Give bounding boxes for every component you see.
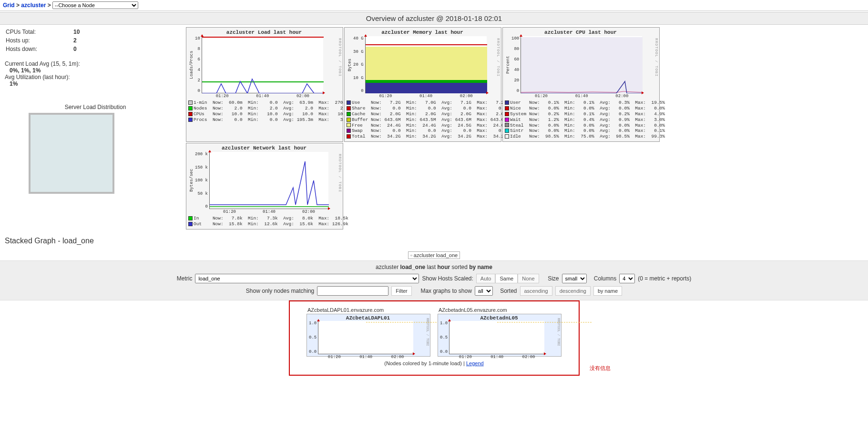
svg-rect-3: [366, 80, 487, 83]
host-card[interactable]: AZcbetaLDAPL01.envazure.comRRDTOOL / TOB…: [306, 306, 430, 357]
sort-asc[interactable]: ascending: [520, 286, 552, 296]
chart-cpu: RRDTOOL / TOBI azcluster CPU last hour P…: [502, 27, 660, 142]
scale-same[interactable]: Same: [495, 274, 518, 283]
breadcrumb-grid[interactable]: Grid: [3, 2, 15, 9]
chart-memory: RRDTOOL / TOBI azcluster Memory last hou…: [344, 27, 501, 142]
chart-network: RRDTOOL / TOBI azcluster Network last ho…: [186, 143, 343, 229]
scale-auto[interactable]: Auto: [476, 274, 496, 283]
sort-desc[interactable]: descending: [555, 286, 591, 296]
legend-link[interactable]: Legend: [466, 360, 484, 366]
stats-column: CPUs Total:10 Hosts up:2 Hosts down:0 Cu…: [5, 27, 186, 194]
columns-select[interactable]: 4: [619, 274, 635, 283]
stacked-graph-placeholder: azcluster load_one: [0, 250, 868, 260]
filter-bar: azcluster load_one last hour sorted by n…: [0, 260, 868, 300]
match-input[interactable]: [317, 286, 388, 296]
breadcrumb: Grid > azcluster > --Choose a Node: [0, 0, 868, 11]
sorted-description: azcluster load_one last hour sorted by n…: [3, 264, 865, 272]
filter-button[interactable]: Filter: [391, 286, 411, 296]
node-select[interactable]: --Choose a Node: [52, 1, 138, 9]
stats-table: CPUs Total:10 Hosts up:2 Hosts down:0: [5, 27, 81, 54]
chart-load: RRDTOOL / TOBI azcluster Load last hour …: [186, 27, 343, 142]
stacked-graph-title: Stacked Graph - load_one: [0, 232, 868, 250]
size-select[interactable]: small: [562, 274, 587, 283]
scale-buttons: Auto Same None: [476, 274, 539, 283]
maxgraphs-select[interactable]: all: [475, 286, 493, 296]
hosts-box: AZcbetaLDAPL01.envazure.comRRDTOOL / TOB…: [289, 300, 580, 376]
scale-none[interactable]: None: [518, 274, 539, 283]
server-load-dist-box: [29, 113, 114, 194]
breadcrumb-cluster[interactable]: azcluster: [21, 2, 46, 9]
host-card[interactable]: AZcbetadnL05.envazure.comRRDTOOL / TOBIA…: [438, 306, 562, 357]
no-info-note: 没有信息: [590, 365, 611, 372]
svg-rect-6: [521, 37, 643, 93]
svg-rect-4: [366, 83, 487, 93]
server-load-dist-title: Server Load Distribution: [5, 104, 186, 110]
charts-column: RRDTOOL / TOBI azcluster Load last hour …: [186, 27, 863, 229]
overview-section: CPUs Total:10 Hosts up:2 Hosts down:0 Cu…: [0, 25, 868, 232]
sort-byname[interactable]: by name: [593, 286, 622, 296]
page-title: Overview of azcluster @ 2018-01-18 02:01: [0, 12, 868, 25]
metric-select[interactable]: load_one: [195, 274, 419, 283]
